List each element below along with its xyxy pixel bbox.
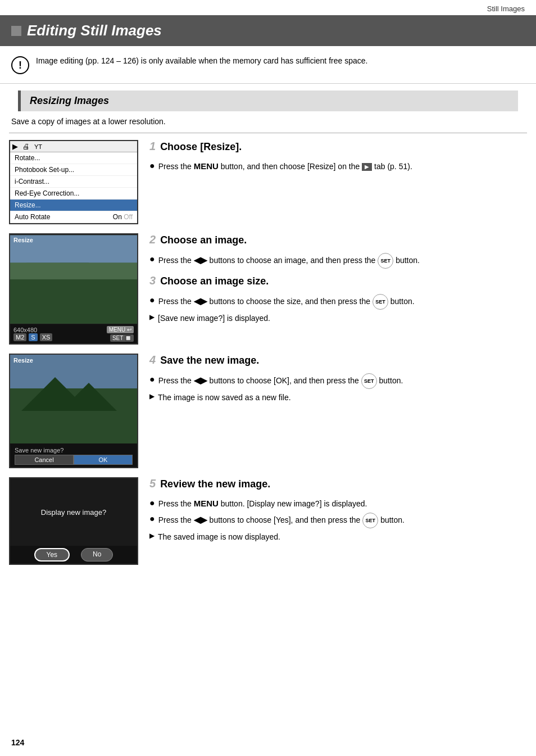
menu-item-photobook: Photobook Set-up... bbox=[10, 164, 137, 176]
step-5-number: 5 bbox=[149, 477, 156, 490]
step-3-title: Choose an image size. bbox=[160, 275, 269, 287]
section-header: Resizing Images bbox=[18, 90, 518, 111]
step-3-number: 3 bbox=[149, 274, 156, 287]
step-1-bullet-1: ● Press the MENU button, and then choose… bbox=[149, 160, 527, 173]
notice-icon: ! bbox=[11, 56, 29, 74]
title-icon bbox=[11, 26, 21, 36]
size-btn-s: S bbox=[29, 333, 37, 341]
size-btn-m2: M2 bbox=[13, 333, 26, 341]
save-buttons-row: Cancel OK bbox=[15, 455, 133, 465]
step-1-row: ▶ 🖨 YT Rotate... Photobook Set-up... i-C… bbox=[9, 140, 527, 224]
save-screen: Resize Save new image? Cancel OK bbox=[9, 354, 138, 468]
img-bottom-bar-1: 640x480 M2 S XS MENU ↩ SET 🔲 bbox=[10, 324, 137, 343]
step-1-number: 1 bbox=[149, 140, 156, 153]
step-3-bullet-1: ● Press the ◀▶ buttons to choose the siz… bbox=[149, 294, 527, 310]
landscape-svg-1 bbox=[10, 234, 137, 324]
play-tab: ▶ bbox=[12, 142, 18, 151]
page-title: Editing Still Images bbox=[27, 22, 162, 39]
no-btn[interactable]: No bbox=[81, 548, 113, 562]
display-buttons-row: Yes No bbox=[10, 546, 137, 564]
step-3-bullet-2: ▶ [Save new image?] is displayed. bbox=[149, 312, 527, 324]
func-btn-set-2: SET bbox=[378, 253, 393, 269]
func-btn-set-5: SET bbox=[362, 513, 378, 528]
main-title-bar: Editing Still Images bbox=[0, 15, 536, 46]
step-5-row: Display new image? Yes No 5 Review the n… bbox=[9, 477, 527, 565]
menu-btn-small: MENU ↩ bbox=[107, 326, 134, 333]
still-images-label: Still Images bbox=[0, 0, 536, 15]
resize-label-1: Resize bbox=[13, 237, 33, 243]
save-bottom: Save new image? Cancel OK bbox=[10, 445, 137, 467]
step-3-body: ● Press the ◀▶ buttons to choose the siz… bbox=[149, 294, 527, 324]
svg-rect-1 bbox=[10, 279, 137, 324]
step-5-bullet-1: ● Press the MENU button. [Display new im… bbox=[149, 497, 527, 510]
menu-item-resize: Resize... bbox=[10, 200, 137, 211]
content-area: ▶ 🖨 YT Rotate... Photobook Set-up... i-C… bbox=[0, 140, 536, 574]
step-2-bullet-1: ● Press the ◀▶ buttons to choose an imag… bbox=[149, 253, 527, 269]
cancel-btn[interactable]: Cancel bbox=[15, 455, 74, 465]
step-4-bullet-2: ▶ The image is now saved as a new file. bbox=[149, 391, 527, 404]
settings-tab: YT bbox=[34, 143, 42, 150]
func-btn-set-3: SET bbox=[373, 294, 388, 310]
display-screen-text: Display new image? bbox=[41, 508, 106, 517]
menu-item-iContrast: i-Contrast... bbox=[10, 176, 137, 188]
step-2-3-instructions: 2 Choose an image. ● Press the ◀▶ button… bbox=[149, 233, 527, 327]
step-2-number: 2 bbox=[149, 233, 156, 246]
page-number: 124 bbox=[11, 738, 24, 747]
ok-btn[interactable]: OK bbox=[74, 455, 133, 465]
set-btn-small: SET 🔲 bbox=[110, 334, 134, 342]
step-1-title: Choose [Resize]. bbox=[160, 141, 242, 153]
step-1-instructions: 1 Choose [Resize]. ● Press the MENU butt… bbox=[149, 140, 527, 175]
svg-rect-6 bbox=[10, 263, 137, 279]
func-btn-set-4: SET bbox=[361, 373, 377, 389]
menu-item-rotate: Rotate... bbox=[10, 152, 137, 164]
save-preview: Resize bbox=[10, 355, 137, 445]
step-4-row: Resize Save new image? Cancel OK bbox=[9, 354, 527, 468]
size-buttons: M2 S XS bbox=[13, 333, 52, 341]
step-4-body: ● Press the ◀▶ buttons to choose [OK], a… bbox=[149, 373, 527, 404]
step-2-3-row: Resize 640x480 M2 S bbox=[9, 233, 527, 345]
display-screen: Display new image? Yes No bbox=[9, 477, 138, 565]
yes-btn[interactable]: Yes bbox=[34, 548, 70, 562]
step-4-instructions: 4 Save the new image. ● Press the ◀▶ but… bbox=[149, 354, 527, 406]
menu-item-autorotate: Auto Rotate On Off bbox=[10, 211, 137, 223]
step-4-bullet-1: ● Press the ◀▶ buttons to choose [OK], a… bbox=[149, 373, 527, 389]
display-preview: Display new image? bbox=[10, 478, 137, 546]
notice-text: Image editing (pp. 124 – 126) is only av… bbox=[36, 55, 367, 67]
size-btn-xs: XS bbox=[40, 333, 53, 341]
step-1-body: ● Press the MENU button, and then choose… bbox=[149, 160, 527, 173]
divider bbox=[9, 133, 527, 133]
resize-label-2: Resize bbox=[13, 357, 33, 364]
size-info: 640x480 bbox=[13, 327, 52, 333]
menu-screen: ▶ 🖨 YT Rotate... Photobook Set-up... i-C… bbox=[9, 140, 138, 224]
menu-tab-bar: ▶ 🖨 YT bbox=[10, 141, 137, 152]
section-title: Resizing Images bbox=[30, 95, 509, 107]
step-5-instructions: 5 Review the new image. ● Press the MENU… bbox=[149, 477, 527, 545]
notice-box: ! Image editing (pp. 124 – 126) is only … bbox=[0, 46, 536, 84]
step-4-number: 4 bbox=[149, 354, 156, 366]
print-tab: 🖨 bbox=[22, 142, 30, 151]
step-5-bullet-2: ● Press the ◀▶ buttons to choose [Yes], … bbox=[149, 513, 527, 528]
image-screen-1: Resize 640x480 M2 S bbox=[9, 233, 138, 345]
save-label: Save new image? bbox=[15, 447, 133, 454]
step-2-title: Choose an image. bbox=[160, 234, 247, 246]
step-5-title: Review the new image. bbox=[160, 478, 270, 490]
step-5-body: ● Press the MENU button. [Display new im… bbox=[149, 497, 527, 543]
img-preview-1: Resize bbox=[10, 234, 137, 324]
step-5-bullet-3: ▶ The saved image is now displayed. bbox=[149, 531, 527, 543]
menu-item-redeye: Red-Eye Correction... bbox=[10, 188, 137, 200]
step-4-title: Save the new image. bbox=[160, 355, 259, 366]
save-landscape-svg bbox=[10, 355, 137, 443]
step-2-body: ● Press the ◀▶ buttons to choose an imag… bbox=[149, 253, 527, 269]
section-subtitle: Save a copy of images at a lower resolut… bbox=[0, 111, 536, 129]
